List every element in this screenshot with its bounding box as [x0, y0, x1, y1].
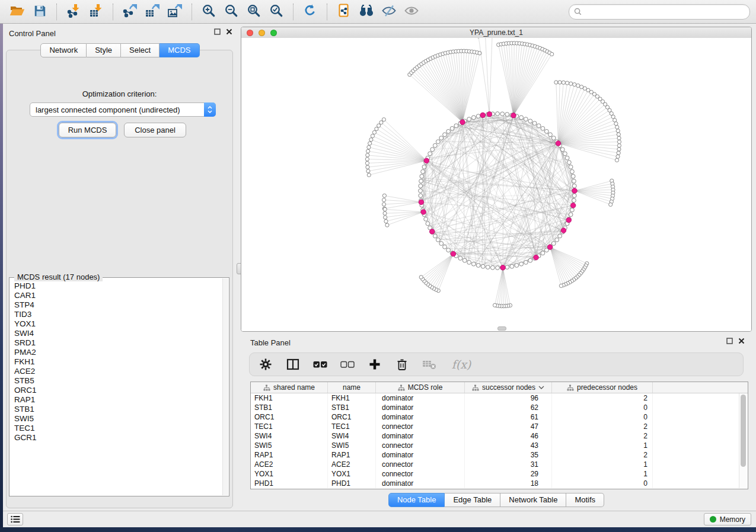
- tab-select[interactable]: Select: [121, 43, 160, 57]
- table-scrollbar-thumb[interactable]: [741, 395, 746, 467]
- table-row[interactable]: RAP1RAP1dominator352: [251, 450, 748, 460]
- sort-desc-icon[interactable]: [538, 386, 544, 389]
- cell-successor-nodes[interactable]: 43: [465, 441, 552, 450]
- cell-shared-name[interactable]: ORC1: [251, 412, 328, 422]
- mcds-list-scrollbar[interactable]: [222, 278, 228, 495]
- column-header-MCDS-role[interactable]: MCDS role: [376, 382, 465, 393]
- run-mcds-button[interactable]: Run MCDS: [59, 123, 116, 137]
- cell-MCDS-role[interactable]: dominator: [376, 412, 465, 422]
- cell-name[interactable]: SWI5: [328, 441, 376, 450]
- cell-predecessor-nodes[interactable]: 2: [552, 431, 653, 441]
- mcds-result-item[interactable]: PMA2: [14, 348, 223, 357]
- node-table[interactable]: shared namenameMCDS rolesuccessor nodesp…: [250, 382, 748, 489]
- cell-shared-name[interactable]: TEC1: [251, 422, 328, 431]
- cell-predecessor-nodes[interactable]: 0: [552, 403, 653, 412]
- cell-successor-nodes[interactable]: 29: [465, 469, 552, 479]
- table-row[interactable]: ACE2ACE2connector311: [251, 460, 748, 469]
- network-window-titlebar[interactable]: YPA_prune.txt_1: [241, 27, 751, 39]
- cell-MCDS-role[interactable]: dominator: [376, 479, 465, 488]
- cell-name[interactable]: YOX1: [328, 469, 376, 479]
- table-row[interactable]: YOX1YOX1connector291: [251, 469, 748, 479]
- delete-table-button[interactable]: [422, 357, 437, 372]
- refresh-view-button[interactable]: [299, 2, 321, 22]
- cell-predecessor-nodes[interactable]: 0: [552, 412, 653, 422]
- unselect-all-columns-button[interactable]: [340, 357, 355, 372]
- cell-successor-nodes[interactable]: 18: [465, 479, 552, 488]
- cell-MCDS-role[interactable]: connector: [376, 422, 465, 431]
- cell-name[interactable]: TEC1: [328, 422, 376, 431]
- column-header-successor-nodes[interactable]: successor nodes: [465, 382, 552, 393]
- mcds-result-item[interactable]: STB5: [14, 376, 223, 386]
- cell-successor-nodes[interactable]: 61: [465, 412, 552, 422]
- column-header-predecessor-nodes[interactable]: predecessor nodes: [552, 382, 653, 393]
- table-row[interactable]: STB1STB1dominator620: [251, 403, 748, 412]
- zoom-in-button[interactable]: [197, 2, 220, 22]
- import-table-button[interactable]: [85, 2, 107, 22]
- function-builder-button[interactable]: f(x): [449, 357, 474, 372]
- tab-style[interactable]: Style: [87, 43, 121, 57]
- cell-predecessor-nodes[interactable]: 0: [552, 479, 653, 488]
- hide-graphics-details-button[interactable]: [378, 2, 400, 22]
- mcds-result-item[interactable]: ORC1: [14, 386, 223, 395]
- cell-MCDS-role[interactable]: dominator: [376, 393, 465, 403]
- cell-successor-nodes[interactable]: 31: [465, 460, 552, 469]
- mcds-result-item[interactable]: STP4: [14, 300, 223, 310]
- export-table-button[interactable]: [141, 2, 164, 22]
- cell-MCDS-role[interactable]: connector: [376, 469, 465, 479]
- zoom-fit-button[interactable]: [243, 2, 265, 22]
- mcds-result-item[interactable]: STB1: [14, 405, 223, 414]
- tab-node-table[interactable]: Node Table: [388, 493, 445, 507]
- open-file-button[interactable]: [6, 2, 28, 22]
- cell-name[interactable]: PHD1: [328, 479, 376, 488]
- tab-network[interactable]: Network: [40, 43, 87, 57]
- tab-edge-table[interactable]: Edge Table: [445, 493, 500, 507]
- float-panel-icon[interactable]: [214, 28, 221, 35]
- cell-successor-nodes[interactable]: 62: [465, 403, 552, 412]
- cell-predecessor-nodes[interactable]: 2: [552, 450, 653, 460]
- cell-MCDS-role[interactable]: dominator: [376, 403, 465, 412]
- mcds-result-item[interactable]: CAR1: [14, 291, 223, 300]
- float-table-panel-icon[interactable]: [726, 338, 733, 344]
- cell-shared-name[interactable]: FKH1: [251, 393, 328, 403]
- mcds-result-item[interactable]: SWI5: [14, 414, 223, 424]
- cell-MCDS-role[interactable]: connector: [376, 460, 465, 469]
- cell-MCDS-role[interactable]: dominator: [376, 450, 465, 460]
- cell-predecessor-nodes[interactable]: 1: [552, 469, 653, 479]
- cell-successor-nodes[interactable]: 96: [465, 393, 552, 403]
- cell-name[interactable]: ORC1: [328, 412, 376, 422]
- cell-name[interactable]: SWI4: [328, 431, 376, 441]
- cell-successor-nodes[interactable]: 35: [465, 450, 552, 460]
- mcds-result-item[interactable]: GCR1: [14, 433, 223, 443]
- table-row[interactable]: PHD1PHD1dominator180: [251, 479, 748, 488]
- export-network-button[interactable]: [119, 2, 141, 22]
- tab-network-table[interactable]: Network Table: [500, 493, 566, 507]
- table-settings-button[interactable]: [258, 357, 273, 372]
- mcds-result-item[interactable]: YOX1: [14, 319, 223, 329]
- table-row[interactable]: SWI5SWI5connector431: [251, 441, 748, 450]
- mcds-result-item[interactable]: FKH1: [14, 357, 223, 367]
- cell-predecessor-nodes[interactable]: 1: [552, 441, 653, 450]
- close-table-panel-icon[interactable]: [738, 338, 745, 344]
- show-column-panel-button[interactable]: [285, 357, 301, 372]
- cell-shared-name[interactable]: PHD1: [251, 479, 328, 488]
- zoom-out-button[interactable]: [220, 2, 243, 22]
- zoom-selected-button[interactable]: [265, 2, 288, 22]
- mcds-result-item[interactable]: RAP1: [14, 395, 223, 405]
- mcds-result-item[interactable]: SWI4: [14, 329, 223, 338]
- column-header-name[interactable]: name: [328, 382, 376, 393]
- close-panel-button[interactable]: Close panel: [124, 123, 186, 137]
- cell-shared-name[interactable]: YOX1: [251, 469, 328, 479]
- task-history-button[interactable]: [7, 513, 23, 525]
- cell-shared-name[interactable]: RAP1: [251, 450, 328, 460]
- search-box[interactable]: [569, 4, 750, 20]
- network-canvas[interactable]: [241, 38, 751, 331]
- cell-predecessor-nodes[interactable]: 2: [552, 393, 653, 403]
- show-graphics-details-button[interactable]: [400, 2, 423, 22]
- cell-predecessor-nodes[interactable]: 2: [552, 422, 653, 431]
- horizontal-splitter-handle[interactable]: [497, 326, 506, 331]
- cell-name[interactable]: ACE2: [328, 460, 376, 469]
- search-input[interactable]: [585, 7, 745, 17]
- table-row[interactable]: TEC1TEC1connector472: [251, 422, 748, 431]
- table-row[interactable]: SWI4SWI4dominator462: [251, 431, 748, 441]
- select-all-columns-button[interactable]: [312, 357, 328, 372]
